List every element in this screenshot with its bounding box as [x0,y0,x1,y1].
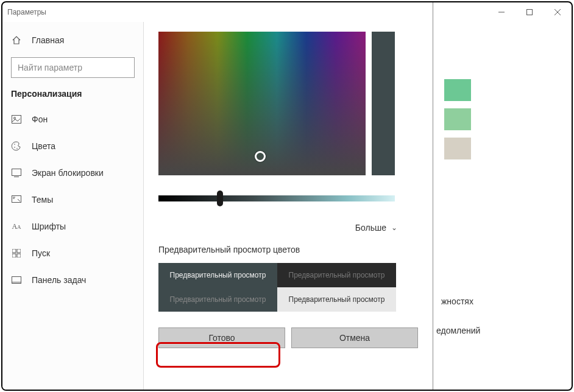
preview-heading: Предварительный просмотр цветов [158,245,418,254]
home-icon [11,35,22,46]
value-slider[interactable] [158,191,395,206]
cancel-button[interactable]: Отмена [291,327,418,348]
svg-rect-9 [12,169,21,176]
sidebar-item-lockscreen[interactable]: Экран блокировки [2,159,143,186]
color-cursor[interactable] [255,151,266,162]
svg-point-6 [14,144,15,145]
minimize-button[interactable] [487,2,516,22]
sidebar-item-colors[interactable]: Цвета [2,133,143,159]
sidebar-item-fonts[interactable]: AA Шрифты [2,213,143,240]
color-swatch-bg[interactable] [444,108,471,130]
preview-tile: Предварительный просмотр [277,263,396,287]
color-swatch-bg[interactable] [444,138,471,159]
svg-rect-14 [12,254,16,257]
svg-point-7 [14,147,15,148]
palette-icon [11,141,22,152]
truncated-text: жностях [441,296,473,306]
sidebar: Главная Персонализация Фон Цвета [2,22,144,390]
start-icon [11,248,22,259]
svg-rect-13 [17,249,21,253]
svg-rect-17 [12,282,21,284]
more-toggle[interactable]: Больше ⌄ [158,223,418,233]
selected-color-swatch [372,32,395,175]
fonts-icon: AA [11,221,22,232]
sidebar-item-label: Темы [32,195,53,205]
preview-tile: Предварительный просмотр [277,287,396,312]
slider-thumb[interactable] [217,191,223,206]
sidebar-section-title: Персонализация [2,89,143,99]
taskbar-icon [11,275,22,285]
done-button[interactable]: Готово [158,327,285,348]
maximize-button[interactable] [516,2,544,22]
preview-tile: Предварительный просмотр [158,287,277,312]
sidebar-item-label: Панель задач [32,275,86,285]
color-swatch-bg[interactable] [444,79,471,101]
window-controls [487,2,572,22]
svg-rect-12 [12,249,16,253]
search-input[interactable] [11,57,135,78]
sidebar-home-label: Главная [32,35,64,45]
window-title: Параметры [7,8,46,16]
sidebar-item-label: Цвета [32,141,55,151]
preview-grid: Предварительный просмотр Предварительный… [158,263,396,312]
preview-tile: Предварительный просмотр [158,263,277,287]
svg-point-8 [16,148,18,149]
main-content: жностях едомлений Больше ⌄ П [144,22,572,390]
sidebar-item-themes[interactable]: Темы [2,186,143,213]
truncated-text: едомлений [436,326,480,335]
more-label: Больше [355,223,386,233]
chevron-down-icon: ⌄ [391,223,397,232]
close-button[interactable] [544,2,572,22]
svg-rect-1 [527,10,533,15]
sidebar-item-taskbar[interactable]: Панель задач [2,267,143,293]
svg-point-5 [14,117,16,119]
color-field[interactable] [158,32,366,175]
slider-track [158,195,395,201]
sidebar-item-label: Шрифты [32,222,66,231]
color-picker-dialog: Больше ⌄ Предварительный просмотр цветов… [144,2,433,391]
image-icon [11,114,22,125]
svg-rect-15 [17,254,21,257]
sidebar-item-label: Фон [32,114,48,124]
sidebar-item-background[interactable]: Фон [2,106,143,133]
sidebar-home[interactable]: Главная [2,27,143,54]
lock-screen-icon [11,167,22,178]
sidebar-item-start[interactable]: Пуск [2,240,143,267]
sidebar-item-label: Пуск [32,248,50,258]
themes-icon [11,194,22,205]
sidebar-item-label: Экран блокировки [32,168,104,178]
